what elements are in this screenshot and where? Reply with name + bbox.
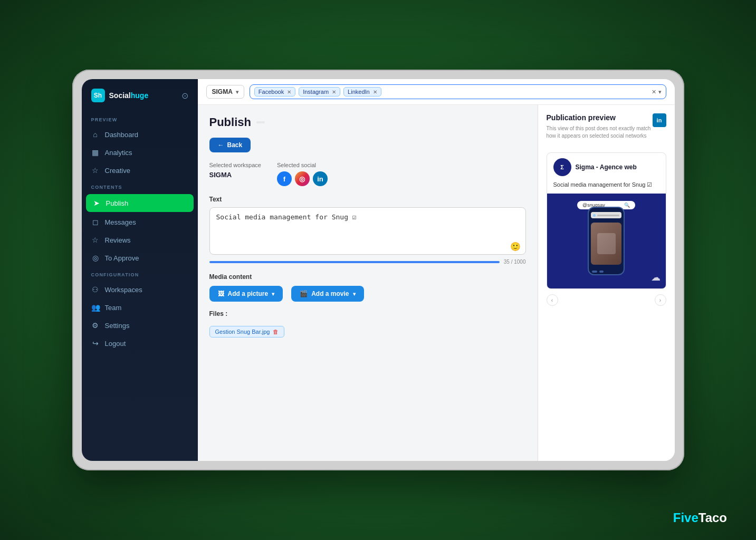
team-icon: 👥 — [91, 303, 100, 312]
app-logo-icon: Sh — [91, 89, 105, 102]
workspace-social-row: Selected workspace SIGMA Selected social… — [209, 162, 526, 186]
files-section: Files : Gestion Snug Bar.jpg 🗑 — [209, 310, 526, 338]
app-name: Socialhuge — [109, 91, 149, 100]
sidebar-label-dashboard: Dashboard — [105, 131, 139, 139]
facebook-tag-label: Facebook — [259, 89, 284, 95]
settings-icon[interactable]: ⊙ — [181, 91, 188, 101]
text-section-label: Text — [209, 196, 526, 203]
sidebar: Sh Socialhuge ⊙ PREVIEW ⌂ Dashboard ▦ An… — [82, 79, 198, 461]
sidebar-item-messages[interactable]: ◻ Messages — [82, 213, 198, 231]
preview-card: Σ Sigma - Agence web Social media manage… — [547, 152, 666, 289]
file-tag: Gestion Snug Bar.jpg 🗑 — [209, 326, 285, 338]
sidebar-label-to-approve: To Approve — [105, 254, 139, 262]
workspace-field-label: Selected workspace — [209, 162, 261, 168]
social-tag-instagram[interactable]: Instagram ✕ — [299, 87, 340, 97]
preview-title: Publication preview — [547, 113, 666, 122]
preview-phone-mockup — [588, 207, 625, 275]
sidebar-item-logout[interactable]: ↪ Logout — [82, 334, 198, 352]
preview-account-name: Sigma - Agence web — [576, 163, 637, 171]
linkedin-social-icon: in — [313, 171, 328, 186]
sidebar-item-publish[interactable]: ➤ Publish — [86, 194, 194, 212]
instagram-social-icon: ◎ — [295, 171, 310, 186]
back-button[interactable]: ← Back — [209, 138, 251, 152]
linkedin-preview-badge: in — [653, 113, 666, 127]
preview-prev-button[interactable]: ‹ — [547, 294, 558, 306]
sidebar-label-team: Team — [105, 304, 122, 312]
reviews-icon: ☆ — [91, 236, 100, 244]
phone-screen-content — [591, 223, 621, 265]
movie-chevron-icon: ▾ — [353, 291, 356, 297]
preview-section-label: PREVIEW — [82, 112, 198, 126]
facebook-social-icon: f — [277, 171, 292, 186]
preview-card-header: Σ Sigma - Agence web — [547, 153, 666, 181]
to-approve-icon: ◎ — [91, 254, 100, 262]
workspace-selector[interactable]: SIGMA ▾ — [206, 85, 244, 99]
social-tag-linkedin[interactable]: LinkedIn ✕ — [343, 87, 381, 97]
social-field-label: Selected social — [277, 162, 328, 168]
filter-clear-button[interactable]: ✕ ▾ — [652, 89, 662, 95]
sidebar-label-reviews: Reviews — [105, 236, 131, 244]
fivetaco-branding: FiveTaco — [673, 510, 727, 525]
add-movie-label: Add a movie — [311, 290, 349, 297]
analytics-icon: ▦ — [91, 148, 100, 157]
sidebar-item-analytics[interactable]: ▦ Analytics — [82, 143, 198, 161]
files-section-label: Files : — [209, 310, 526, 317]
page-title-badge — [256, 121, 265, 123]
add-movie-button[interactable]: 🎬 Add a movie ▾ — [291, 286, 363, 302]
clear-x-icon: ✕ — [652, 89, 656, 95]
page-title: Publish — [209, 115, 526, 129]
workspace-label: SIGMA — [212, 88, 233, 95]
instagram-tag-label: Instagram — [303, 89, 329, 95]
workspaces-icon: ⚇ — [91, 285, 100, 294]
add-picture-button[interactable]: 🖼 Add a picture ▾ — [209, 286, 283, 302]
preview-next-button[interactable]: › — [655, 294, 666, 306]
media-section-label: Media content — [209, 273, 526, 281]
preview-avatar: Σ — [553, 158, 571, 176]
char-count-bar: 35 / 1000 — [209, 259, 526, 265]
sidebar-label-creative: Creative — [105, 167, 130, 175]
instagram-tag-close-icon[interactable]: ✕ — [332, 89, 336, 95]
back-arrow-icon: ← — [218, 141, 224, 149]
sidebar-item-settings[interactable]: ⚙ Settings — [82, 316, 198, 334]
social-tag-facebook[interactable]: Facebook ✕ — [254, 87, 295, 97]
top-bar: SIGMA ▾ Facebook ✕ Instagram ✕ LinkedIn … — [198, 79, 675, 105]
post-text-input[interactable] — [209, 207, 526, 255]
file-remove-icon[interactable]: 🗑 — [273, 329, 279, 335]
configuration-section-label: CONFIGURATION — [82, 267, 198, 281]
linkedin-tag-close-icon[interactable]: ✕ — [373, 89, 377, 95]
sidebar-label-analytics: Analytics — [105, 149, 132, 157]
text-area-wrapper: 🙂 — [209, 207, 526, 257]
device-screen: Sh Socialhuge ⊙ PREVIEW ⌂ Dashboard ▦ An… — [82, 79, 675, 461]
preview-post-text: Social media management for Snug ☑ — [547, 181, 666, 194]
char-count-label: 35 / 1000 — [504, 259, 526, 265]
picture-chevron-icon: ▾ — [272, 291, 274, 297]
logout-icon: ↪ — [91, 339, 100, 348]
workspace-group: Selected workspace SIGMA — [209, 162, 261, 186]
dashboard-icon: ⌂ — [91, 130, 100, 139]
sidebar-item-to-approve[interactable]: ◎ To Approve — [82, 249, 198, 267]
sidebar-label-publish: Publish — [106, 199, 129, 207]
sidebar-label-logout: Logout — [105, 340, 126, 348]
branding-rest: Taco — [698, 510, 727, 525]
emoji-button[interactable]: 🙂 — [510, 242, 521, 252]
preview-search-icon: 🔍 — [624, 202, 630, 208]
messages-icon: ◻ — [91, 218, 100, 226]
media-buttons: 🖼 Add a picture ▾ 🎬 Add a movie ▾ — [209, 286, 526, 302]
workspace-chevron-icon: ▾ — [236, 89, 238, 95]
sidebar-logo: Sh Socialhuge ⊙ — [82, 89, 198, 112]
sidebar-item-team[interactable]: 👥 Team — [82, 298, 198, 316]
sidebar-item-reviews[interactable]: ☆ Reviews — [82, 231, 198, 249]
facebook-tag-close-icon[interactable]: ✕ — [287, 89, 291, 95]
cloud-icon: ☁ — [651, 272, 661, 283]
preview-subtitle: This view of this post does not exactly … — [547, 125, 666, 140]
creative-icon: ☆ — [91, 166, 100, 175]
main-area: SIGMA ▾ Facebook ✕ Instagram ✕ LinkedIn … — [198, 79, 675, 461]
sidebar-item-creative[interactable]: ☆ Creative — [82, 161, 198, 179]
device-frame: Sh Socialhuge ⊙ PREVIEW ⌂ Dashboard ▦ An… — [72, 70, 684, 470]
sidebar-item-workspaces[interactable]: ⚇ Workspaces — [82, 281, 198, 298]
phone-screen-img — [591, 223, 621, 265]
branding-highlight: Five — [673, 510, 698, 525]
sidebar-label-messages: Messages — [105, 218, 136, 226]
sidebar-item-dashboard[interactable]: ⌂ Dashboard — [82, 126, 198, 143]
preview-image-container: @snugsav 🔍 — [547, 194, 666, 288]
